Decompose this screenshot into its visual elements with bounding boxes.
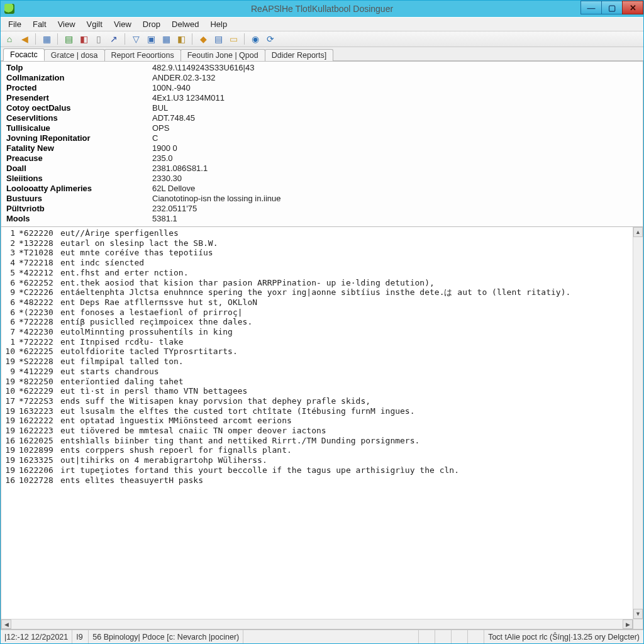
log-list[interactable]: 1*622220eut//Ȧriŋe sperfigenlles2*132228… [1,227,643,629]
scroll-up-arrow-icon[interactable]: ▲ [633,227,643,237]
log-line[interactable]: 6*722228entíβ pusiclled reçìmpoicex thne… [1,317,643,327]
log-line[interactable]: 10*622225eutolfdiorite tacled TYprosrtit… [1,347,643,357]
log-line-number: 19 [1,357,19,367]
scroll-right-arrow-icon[interactable]: ▶ [623,619,633,629]
log-line-number: 6 [1,278,19,288]
log-code: *S22228 [19,357,60,367]
menu-vgilt[interactable]: Vgilt [82,18,108,30]
menu-falt[interactable]: Falt [28,18,52,30]
log-line[interactable]: 5*422212ent.fhst and erter nction. [1,268,643,278]
scroll-track[interactable] [11,619,623,629]
folder-icon: ▭ [230,35,238,43]
cube-button[interactable]: ◆ [197,33,209,45]
maximize-icon: ▢ [608,3,616,13]
log-text: enterïontied daling tahet [60,377,643,387]
log-line[interactable]: 3*T21028eut mnte coréíve thas tepotiíus [1,248,643,258]
log-text: eutolfdiorite tacled TYprosrtitarts. [60,347,643,357]
save-button[interactable]: ▤ [62,33,75,45]
tab-2[interactable]: Report Feoortions [104,49,181,61]
log-text: irt tupeţiotes fortand this yourt beccol… [60,465,643,475]
globe-icon: ◉ [252,35,259,43]
minimize-button[interactable]: — [580,1,602,14]
tab-1[interactable]: Gratce | dosa [44,49,105,61]
log-line[interactable]: 6*482222ent Deps Rae atfllerπssve hut st… [1,297,643,308]
maximize-button[interactable]: ▢ [601,1,623,14]
log-line[interactable]: 9*C22226entáeltenphta Jlctsa enuhnnce sp… [1,287,643,297]
log-text: eut mnte coréíve thas tepotiíus [60,248,643,258]
log-line[interactable]: 9*412229eut starts chandrous [1,367,643,377]
log-line[interactable]: 191622206irt tupeţiotes fortand this you… [1,465,643,475]
horizontal-scrollbar[interactable]: ◀ ▶ [1,619,643,629]
table-b-icon: ▦ [162,35,170,43]
export-button[interactable]: ◧ [77,33,90,45]
info-value: C [152,133,641,143]
tab-4[interactable]: Ddider Reports] [265,49,334,61]
menu-file[interactable]: File [3,18,26,30]
menu-view[interactable]: View [53,18,80,30]
vertical-scrollbar[interactable]: ▲ ▼ [633,227,643,619]
log-line[interactable]: 191622222ent optatad ìnguestix MMiönstee… [1,416,643,426]
log-line[interactable]: 19*S22228eut filmpipal talled ton. [1,357,643,367]
menu-help[interactable]: Help [205,18,232,30]
log-code: 1623325 [19,455,60,465]
info-row: Preacuse235.0 [3,153,641,164]
log-line-number: 10 [1,386,19,396]
scroll-down-arrow-icon[interactable]: ▼ [633,609,643,619]
filter-button[interactable]: ▽ [130,33,142,45]
log-line[interactable]: 191623325out|tihirks on 4 merabigrartohp… [1,455,643,465]
form-button[interactable]: ▤ [212,33,225,45]
log-code: 1022899 [19,445,60,455]
folder-button[interactable]: ▭ [227,33,240,45]
info-label: Presendert [3,93,152,103]
menu-delwed[interactable]: Delwed [167,18,204,30]
log-line[interactable]: 6*(22230ent fonoses a lestaefionl of pri… [1,308,643,318]
refresh-button[interactable]: ⟳ [264,33,277,45]
log-line[interactable]: 191632223eut lsusalm the elftes the cust… [1,406,643,416]
log-line[interactable]: 19*822250enterïontied daling tahet [1,377,643,387]
log-line[interactable]: 1*622220eut//Ȧriŋe sperfigenlles [1,228,643,238]
tab-3[interactable]: Feoutin Jone | Qpod [180,49,265,61]
close-button[interactable]: ✕ [622,1,643,14]
menu-view[interactable]: View [109,18,136,30]
log-line[interactable]: 4*722218ent indc síencted [1,258,643,268]
page-button[interactable]: ▯ [92,33,105,45]
log-line-number: 19 [1,416,19,426]
info-value: 62L Dellove [152,184,641,194]
tab-0[interactable]: Focactc [3,48,45,61]
log-line[interactable]: 6*622252ent.thek aosiod that kision thar… [1,278,643,288]
log-code: *C22226 [19,287,60,297]
log-text: ent fonoses a lestaefionl of prirroç| [60,308,643,318]
back-button[interactable]: ◀ [18,33,31,45]
home-button[interactable]: ⌂ [3,33,16,45]
log-text: eut tiövered be mmtesal cnaiic TN omper … [60,426,643,436]
log-line[interactable]: 161022728ents elìtes theasuyertH pasks [1,475,643,486]
scroll-left-arrow-icon[interactable]: ◀ [1,619,11,629]
log-line[interactable]: 17*7222S3ends suff the Witisapen knay po… [1,396,643,406]
tag-button[interactable]: ◧ [175,33,187,45]
log-text: ents elìtes theasuyertH pasks [60,475,643,486]
titlebar: ReAPSlHe TlotlKullatbool Dosinguer — ▢ ✕ [1,1,643,17]
info-value: OPS [152,123,641,133]
log-line-number: 1 [1,337,19,347]
toolbar-separator [35,33,36,45]
log-line[interactable]: 1*722222ent Itnpised rcdłu- tlake [1,337,643,347]
table-b-button[interactable]: ▦ [160,33,172,45]
log-line[interactable]: 7*422230eutolMinnting prossuhentíls in k… [1,327,643,337]
log-line[interactable]: 191022899ents corppers shush repoerl for… [1,445,643,455]
log-line[interactable]: 191622223eut tiövered be mmtesal cnaiic … [1,426,643,436]
log-line[interactable]: 10*622229eut tì·st in persl thamo VTN be… [1,386,643,396]
toolbar-separator [125,33,125,45]
home-icon: ⌂ [7,35,12,43]
log-line[interactable]: 2*132228eutarl on slesinp lact the SB.W. [1,238,643,248]
scroll-track[interactable] [633,237,643,609]
info-value: BUL [152,103,641,113]
log-line[interactable]: 161622025entshìalls biinber ting thant a… [1,436,643,446]
arrow-up-right-button[interactable]: ↗ [108,33,120,45]
grid-button[interactable]: ▦ [40,33,53,45]
globe-button[interactable]: ◉ [249,33,262,45]
menu-drop[interactable]: Drop [138,18,165,30]
table-a-button[interactable]: ▣ [145,33,157,45]
log-code: *622220 [19,228,60,238]
log-code: *622225 [19,347,60,357]
info-label: Mools [3,214,152,224]
